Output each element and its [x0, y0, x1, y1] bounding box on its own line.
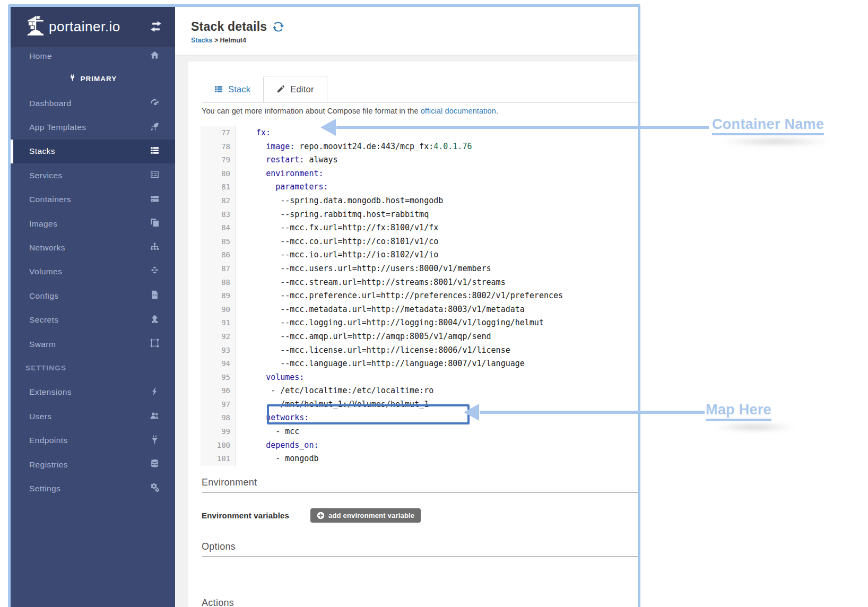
sidebar-item-home[interactable]: Home	[11, 47, 175, 66]
code-line[interactable]: 81 parameters:	[201, 180, 625, 194]
sidebar-item-secrets[interactable]: Secrets	[11, 308, 175, 332]
th-list-icon	[214, 85, 223, 93]
code-text: --mcc.metadata.url=http://metadata:8003/…	[236, 303, 525, 317]
code-text: - /etc/localtime:/etc/localtime:ro	[236, 384, 433, 398]
stack-widget: StackEditor You can get more information…	[188, 62, 638, 607]
sidebar-item-app-templates[interactable]: App Templates	[11, 115, 175, 139]
sidebar-item-stacks[interactable]: Stacks	[11, 140, 175, 163]
line-number: 97	[201, 398, 236, 412]
sidebar-item-registries[interactable]: Registries	[11, 453, 175, 476]
sidebar-section-primary: PRIMARY	[11, 66, 175, 91]
add-environment-variable-button[interactable]: add environment variable	[310, 508, 421, 523]
sidebar-item-label: Settings	[29, 484, 149, 493]
code-line[interactable]: 84 --mcc.fx.url=http://fx:8100/v1/fx	[201, 221, 625, 235]
environment-section-title: Environment	[202, 477, 257, 488]
code-text: restart: always	[236, 153, 338, 167]
refresh-icon[interactable]	[273, 21, 284, 33]
line-number: 89	[201, 289, 236, 303]
app-frame: portainer.io HomePRIMARYDashboardApp Tem…	[8, 4, 640, 607]
home-icon	[149, 51, 160, 62]
cubes-icon	[149, 266, 160, 278]
sidebar-item-networks[interactable]: Networks	[11, 236, 175, 259]
sidebar-menu: HomePRIMARYDashboardApp TemplatesStacksS…	[11, 47, 175, 501]
code-text: --mcc.language.url=http://language:8007/…	[236, 357, 525, 371]
sidebar-item-label: Users	[29, 412, 149, 421]
rocket-icon	[149, 122, 160, 133]
code-line[interactable]: 87 --mcc.users.url=http://users:8000/v1/…	[201, 262, 625, 276]
map-here-arrow-line	[480, 411, 705, 414]
code-line[interactable]: 89 --mcc.preference.url=http://preferenc…	[201, 289, 625, 303]
code-line[interactable]: 86 --mcc.io.url=http://io:8102/v1/io	[201, 248, 625, 262]
sidebar-item-dashboard[interactable]: Dashboard	[11, 91, 175, 115]
official-documentation-link[interactable]: official documentation	[421, 107, 496, 115]
sidebar-item-extensions[interactable]: Extensions	[11, 380, 175, 404]
code-line[interactable]: 80 environment:	[201, 167, 625, 181]
sidebar-item-label: Services	[29, 171, 149, 180]
code-text: --mcc.logging.url=http://logging:8004/v1…	[236, 316, 544, 330]
tab-stack[interactable]: Stack	[202, 76, 263, 102]
line-number: 79	[201, 153, 236, 167]
tab-editor[interactable]: Editor	[263, 76, 327, 102]
sidebar-item-label: Volumes	[29, 267, 149, 276]
collapse-sidebar-icon[interactable]	[150, 20, 163, 34]
sidebar-item-label: Images	[29, 219, 149, 229]
options-section-title: Options	[202, 541, 236, 552]
sidebar-item-users[interactable]: Users	[11, 404, 175, 428]
code-line[interactable]: 93 --mcc.license.url=http://license:8006…	[201, 344, 625, 358]
object-group-icon	[149, 339, 160, 350]
code-line[interactable]: 91 --mcc.logging.url=http://logging:8004…	[201, 316, 625, 330]
file-code-icon	[149, 290, 160, 301]
breadcrumb-stacks-link[interactable]: Stacks	[191, 37, 212, 44]
sidebar-item-label: Networks	[29, 243, 149, 253]
code-line[interactable]: 82 --spring.data.mongodb.host=mongodb	[201, 194, 625, 208]
compose-info-suffix: .	[496, 107, 498, 115]
code-line[interactable]: 101 - mongodb	[201, 452, 625, 466]
code-text: depends_on:	[236, 439, 318, 453]
sidebar-item-label: Endpoints	[29, 436, 149, 445]
line-number: 88	[201, 276, 236, 290]
code-line[interactable]: 88 --mcc.stream.url=http://streams:8001/…	[201, 276, 625, 290]
tab-row: StackEditor	[202, 76, 638, 103]
code-text: --spring.data.mongodb.host=mongodb	[236, 194, 443, 208]
line-number: 90	[201, 303, 236, 317]
line-number: 83	[201, 208, 236, 222]
code-line[interactable]: 79 restart: always	[201, 153, 625, 167]
code-text: parameters:	[236, 180, 328, 194]
sidebar-item-services[interactable]: Services	[11, 163, 175, 187]
line-number: 91	[201, 316, 236, 330]
code-line[interactable]: 95 volumes:	[201, 371, 625, 385]
page-header: Stack details Stacks > Helmut4	[175, 7, 638, 55]
container-name-arrow-head	[320, 119, 336, 136]
page-title: Stack details	[191, 20, 267, 34]
sidebar-item-containers[interactable]: Containers	[11, 188, 175, 212]
sitemap-icon	[149, 242, 160, 254]
sidebar-item-settings[interactable]: Settings	[11, 476, 175, 500]
sidebar-item-configs[interactable]: Configs	[11, 284, 175, 308]
sidebar-item-swarm[interactable]: Swarm	[11, 332, 175, 356]
code-line[interactable]: 83 --spring.rabbitmq.host=rabbitmq	[201, 208, 625, 222]
sidebar-item-volumes[interactable]: Volumes	[11, 260, 175, 284]
user-secret-icon	[149, 315, 160, 326]
sidebar-item-label: Home	[29, 51, 149, 61]
code-text: fx:	[236, 126, 271, 140]
database-icon	[149, 459, 160, 470]
code-text: image: repo.moovit24.de:443/mcp_fx:4.0.1…	[236, 140, 472, 154]
code-line[interactable]: 100 depends_on:	[201, 439, 625, 453]
code-line[interactable]: 90 --mcc.metadata.url=http://metadata:80…	[201, 303, 625, 317]
code-line[interactable]: 94 --mcc.language.url=http://language:80…	[201, 357, 625, 371]
sidebar-item-endpoints[interactable]: Endpoints	[11, 428, 175, 452]
code-text: --mcc.io.url=http://io:8102/v1/io	[236, 248, 438, 262]
code-line[interactable]: 96 - /etc/localtime:/etc/localtime:ro	[201, 384, 625, 398]
line-number: 80	[201, 167, 236, 181]
code-text: volumes:	[236, 371, 304, 385]
code-text: --spring.rabbitmq.host=rabbitmq	[236, 208, 429, 222]
code-line[interactable]: 99 - mcc	[201, 425, 625, 439]
tab-label: Editor	[290, 84, 314, 94]
code-line[interactable]: 78 image: repo.moovit24.de:443/mcp_fx:4.…	[201, 140, 625, 154]
code-line[interactable]: 85 --mcc.co.url=http://co:8101/v1/co	[201, 235, 625, 249]
line-number: 100	[201, 439, 236, 453]
sidebar-item-images[interactable]: Images	[11, 212, 175, 236]
code-line[interactable]: 92 --mcc.amqp.url=http://amqp:8005/v1/am…	[201, 330, 625, 344]
actions-section-title: Actions	[202, 597, 234, 607]
line-number: 87	[201, 262, 236, 276]
